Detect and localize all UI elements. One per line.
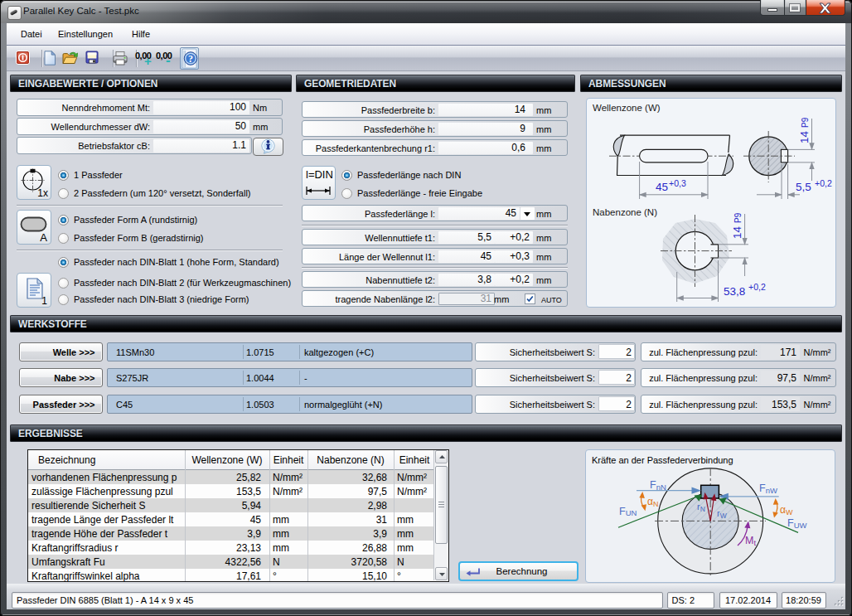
svg-text:Nabenzone (N): Nabenzone (N): [593, 207, 657, 217]
svg-text:FnW: FnW: [759, 483, 777, 495]
svg-text:+0,2: +0,2: [815, 178, 832, 188]
svg-text:14: 14: [731, 226, 743, 239]
svg-text:45: 45: [656, 181, 668, 193]
svg-text:FnN: FnN: [650, 479, 666, 492]
svg-text:5,5: 5,5: [796, 181, 811, 193]
svg-text:FUW: FUW: [787, 517, 807, 530]
svg-text:?: ?: [188, 53, 193, 65]
svg-text:FUN: FUN: [619, 506, 637, 518]
svg-text:+0,2: +0,2: [748, 282, 766, 292]
svg-text:P9: P9: [801, 117, 810, 128]
svg-text:14: 14: [798, 130, 811, 143]
svg-text:P9: P9: [733, 212, 743, 223]
svg-text:αN: αN: [647, 496, 658, 508]
svg-text:+0,3: +0,3: [669, 178, 686, 188]
svg-text:53,8: 53,8: [724, 285, 745, 298]
svg-text:Wellenzone (W): Wellenzone (W): [593, 103, 661, 113]
svg-text:αW: αW: [780, 504, 793, 517]
